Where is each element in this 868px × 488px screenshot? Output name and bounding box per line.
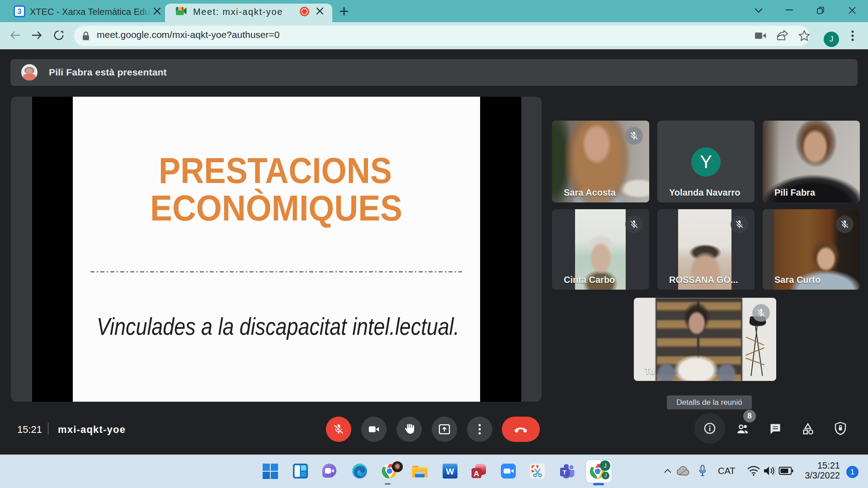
svg-text:PRESTACIONS: PRESTACIONS (159, 150, 392, 191)
svg-text:Vinculades a la discapacitat i: Vinculades a la discapacitat intel.lectu… (97, 313, 459, 340)
svg-text:A: A (474, 469, 479, 478)
svg-text:W: W (446, 467, 454, 476)
svg-text:T: T (562, 469, 566, 476)
svg-text:ECONÒMIQUES: ECONÒMIQUES (150, 188, 402, 228)
